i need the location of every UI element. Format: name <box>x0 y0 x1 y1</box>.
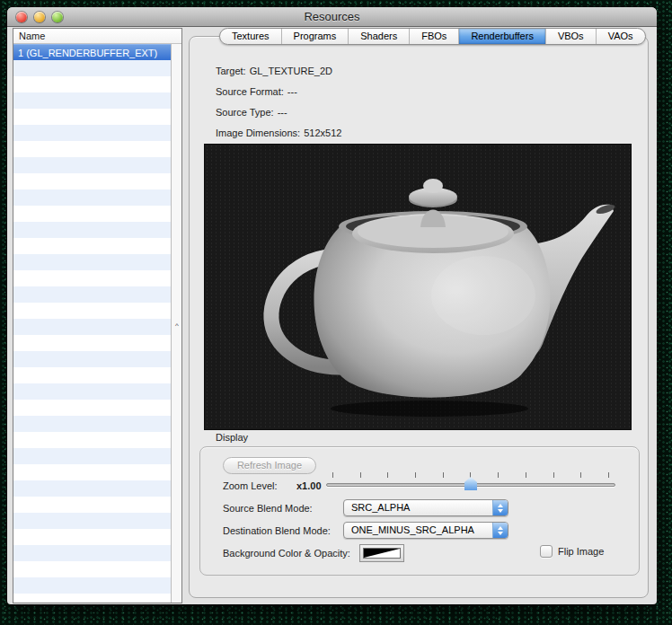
list-header-name[interactable]: Name <box>13 29 181 44</box>
zoom-slider[interactable] <box>326 472 615 491</box>
list-scrollbar[interactable]: ^ <box>171 44 181 603</box>
resource-list: Name 1 (GL_RENDERBUFFER_EXT) ^ <box>13 28 182 603</box>
tab-shaders[interactable]: Shaders <box>348 29 409 44</box>
zoom-level-label: Zoom Level: <box>223 480 278 491</box>
source-blend-selected-value: SRC_ALPHA <box>344 500 492 515</box>
texture-preview-viewport <box>205 145 631 429</box>
destination-blend-label: Destination Blend Mode: <box>223 525 331 536</box>
source-format-label: Source Format: <box>216 86 284 97</box>
image-dimensions-row: Image Dimensions:512x512 <box>216 128 341 138</box>
destination-blend-selected-value: ONE_MINUS_SRC_ALPHA <box>344 523 492 538</box>
list-item-renderbuffer[interactable]: 1 (GL_RENDERBUFFER_EXT) <box>13 44 171 60</box>
target-label: Target: <box>216 66 246 76</box>
refresh-image-button[interactable]: Refresh Image <box>223 457 316 474</box>
target-row: Target:GL_TEXTURE_2D <box>216 66 332 76</box>
tab-renderbuffers[interactable]: Renderbuffers <box>458 29 545 44</box>
resources-window: Resources Name 1 (GL_RENDERBUFFER_EXT) ^… <box>7 7 657 604</box>
list-body[interactable]: 1 (GL_RENDERBUFFER_EXT) <box>13 44 171 603</box>
background-color-well[interactable] <box>359 544 404 562</box>
source-type-row: Source Type:--- <box>216 107 287 118</box>
image-dimensions-label: Image Dimensions: <box>216 128 300 138</box>
source-type-label: Source Type: <box>216 107 274 118</box>
resource-type-tabs: Textures Programs Shaders FBOs Renderbuf… <box>219 28 646 45</box>
utah-teapot-image <box>205 145 631 429</box>
tab-vaos[interactable]: VAOs <box>596 29 645 44</box>
tab-textures[interactable]: Textures <box>220 29 281 44</box>
opacity-wedge-icon <box>364 549 400 558</box>
source-format-value: --- <box>287 86 297 97</box>
source-blend-label: Source Blend Mode: <box>223 503 313 514</box>
source-type-value: --- <box>278 107 287 118</box>
popup-arrows-icon <box>492 500 508 515</box>
slider-thumb[interactable] <box>464 477 477 490</box>
background-color-label: Background Color & Opacity: <box>223 548 350 559</box>
window-title: Resources <box>7 10 657 23</box>
flip-image-checkbox[interactable] <box>540 545 553 558</box>
scroll-grip-icon[interactable]: ^ <box>172 322 181 330</box>
destination-blend-popup[interactable]: ONE_MINUS_SRC_ALPHA <box>343 522 508 539</box>
source-blend-popup[interactable]: SRC_ALPHA <box>343 499 508 516</box>
popup-arrows-icon <box>492 523 508 538</box>
tab-vbos[interactable]: VBOs <box>545 29 596 44</box>
zoom-level-value: x1.00 <box>296 480 322 491</box>
color-opacity-swatch <box>363 548 401 559</box>
flip-image-label: Flip Image <box>558 546 604 557</box>
target-value: GL_TEXTURE_2D <box>250 66 332 76</box>
source-format-row: Source Format:--- <box>216 86 297 97</box>
image-dimensions-value: 512x512 <box>304 128 341 138</box>
tab-programs[interactable]: Programs <box>281 29 349 44</box>
tab-fbos[interactable]: FBOs <box>409 29 458 44</box>
titlebar[interactable]: Resources <box>7 7 657 27</box>
display-group-label: Display <box>216 432 248 443</box>
